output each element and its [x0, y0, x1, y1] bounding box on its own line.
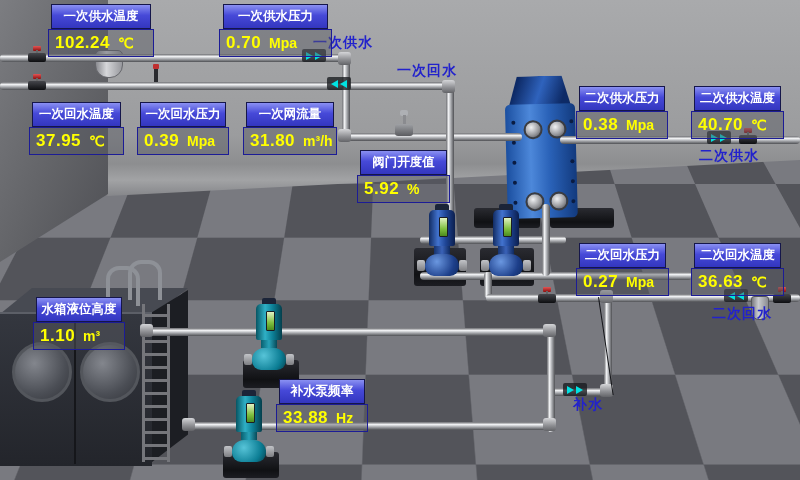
pipe-sensor — [151, 64, 161, 82]
pipe-to-hx — [342, 133, 522, 141]
gauge-value-box[interactable]: 40.70 ℃ — [691, 111, 784, 139]
gauge-value-box[interactable]: 33.88 Hz — [276, 404, 368, 432]
pipe-riser — [547, 328, 555, 432]
scada-heat-station-screen: 一次供水 一次回水 二次供水 二次回水 补水 一次供水温度 102.24 ℃ 一… — [0, 0, 800, 480]
gauge-value: 31.80 — [250, 131, 295, 151]
gauge-value-box[interactable]: 102.24 ℃ — [48, 29, 154, 57]
gauge-value: 36.63 — [698, 272, 743, 292]
gauge-label: 一次网流量 — [246, 102, 335, 127]
gauge-value-box[interactable]: 0.27 Mpa — [576, 268, 669, 296]
flow-arrow-right — [563, 383, 587, 396]
gauge-value-box[interactable]: 0.39 Mpa — [137, 127, 229, 155]
pipe-label-primary-return: 一次回水 — [397, 62, 457, 80]
pipe-riser — [342, 58, 350, 138]
gauge-value-box[interactable]: 5.92 % — [357, 175, 450, 203]
gauge-value-box[interactable]: 31.80 m³/h — [243, 127, 337, 155]
gauge-secondary-return-temp: 二次回水温度 36.63 ℃ — [691, 243, 784, 296]
pipe-tank-outlet-upper — [146, 328, 556, 336]
circulation-pump-2 — [488, 204, 524, 276]
makeup-pump-1 — [251, 298, 287, 370]
pump-status-window — [503, 217, 512, 237]
gauge-primary-supply-temp: 一次供水温度 102.24 ℃ — [48, 4, 154, 57]
gauge-label: 二次回水温度 — [694, 243, 782, 268]
gauge-label: 水箱液位高度 — [36, 297, 123, 322]
gauge-value-box[interactable]: 1.10 m³ — [33, 322, 125, 350]
gauge-label: 二次回水压力 — [579, 243, 667, 268]
pipe-label-secondary-return: 二次回水 — [712, 305, 772, 323]
gauge-secondary-supply-pressure: 二次供水压力 0.38 Mpa — [576, 86, 668, 139]
gauge-unit: ℃ — [89, 133, 105, 149]
gauge-label: 阀门开度值 — [360, 150, 448, 175]
gauge-value-box[interactable]: 36.63 ℃ — [691, 268, 784, 296]
pipe-hx-down — [542, 204, 550, 276]
gauge-makeup-pump-frequency: 补水泵频率 33.88 Hz — [276, 379, 368, 432]
gauge-value: 0.39 — [144, 131, 179, 151]
gauge-unit: Mpa — [269, 35, 297, 51]
gauge-label: 一次回水温度 — [32, 102, 122, 127]
gauge-label: 一次供水压力 — [223, 4, 328, 29]
gauge-label: 补水泵频率 — [279, 379, 366, 404]
gauge-unit: ℃ — [118, 35, 134, 51]
gauge-unit: m³/h — [303, 133, 333, 149]
gauge-value: 0.70 — [226, 33, 261, 53]
gauge-unit: ℃ — [751, 117, 767, 133]
plate-heat-exchanger — [500, 75, 582, 219]
gauge-value: 5.92 — [364, 179, 399, 199]
gauge-unit: Mpa — [626, 117, 654, 133]
pump-status-window — [439, 217, 448, 237]
gauge-value: 102.24 — [55, 33, 110, 53]
gauge-value: 40.70 — [698, 115, 743, 135]
gauge-label: 二次供水温度 — [694, 86, 782, 111]
gauge-unit: Hz — [336, 410, 353, 426]
gauge-primary-supply-pressure: 一次供水压力 0.70 Mpa — [219, 4, 332, 57]
gauge-primary-flow: 一次网流量 31.80 m³/h — [243, 102, 337, 155]
valve-return-branch — [537, 287, 557, 305]
pipe-label-secondary-supply: 二次供水 — [699, 147, 759, 165]
flow-arrow-left — [327, 77, 351, 90]
valve-primary-supply — [27, 46, 47, 64]
tank-manhole — [80, 342, 140, 402]
gauge-value-box[interactable]: 0.38 Mpa — [576, 111, 668, 139]
pipe-label-makeup: 补水 — [573, 396, 603, 414]
tank-manhole — [12, 342, 72, 402]
gauge-secondary-return-pressure: 二次回水压力 0.27 Mpa — [576, 243, 669, 296]
gauge-unit: m³ — [83, 328, 100, 344]
gauge-valve-opening: 阀门开度值 5.92 % — [357, 150, 450, 203]
gauge-value-box[interactable]: 0.70 Mpa — [219, 29, 332, 57]
gauge-label: 一次回水压力 — [140, 102, 227, 127]
gauge-unit: Mpa — [187, 133, 215, 149]
pump-status-window — [246, 403, 255, 423]
gauge-unit: % — [407, 181, 419, 197]
gauge-label: 二次供水压力 — [579, 86, 666, 111]
valve-primary-return — [27, 74, 47, 92]
gauge-value: 37.95 — [36, 131, 81, 151]
gauge-value: 0.27 — [583, 272, 618, 292]
gauge-label: 一次供水温度 — [51, 4, 150, 29]
gauge-unit: Mpa — [626, 274, 654, 290]
pipe-primary-return — [0, 82, 452, 90]
gauge-primary-return-pressure: 一次回水压力 0.39 Mpa — [137, 102, 229, 155]
gauge-value-box[interactable]: 37.95 ℃ — [29, 127, 124, 155]
gauge-primary-return-temp: 一次回水温度 37.95 ℃ — [29, 102, 124, 155]
gauge-unit: ℃ — [751, 274, 767, 290]
circulation-pump-1 — [424, 204, 460, 276]
pump-status-window — [266, 311, 275, 331]
tank-fill-pipe — [128, 260, 162, 300]
gauge-value: 0.38 — [583, 115, 618, 135]
control-valve — [393, 110, 415, 138]
gauge-value: 33.88 — [283, 408, 328, 428]
gauge-value: 1.10 — [40, 326, 75, 346]
gauge-secondary-supply-temp: 二次供水温度 40.70 ℃ — [691, 86, 784, 139]
gauge-tank-level: 水箱液位高度 1.10 m³ — [33, 297, 125, 350]
makeup-pump-2 — [231, 390, 267, 462]
